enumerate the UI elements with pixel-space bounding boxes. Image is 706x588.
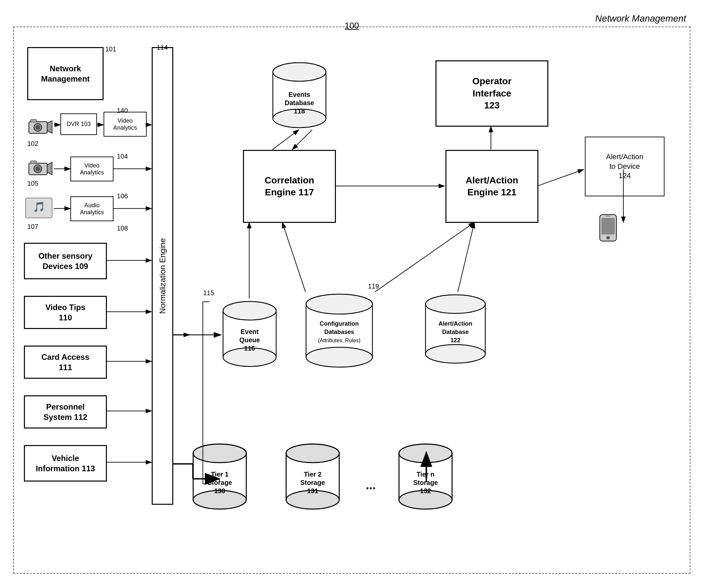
label-114: 114 [157, 44, 168, 51]
svg-line-94 [537, 169, 584, 186]
svg-text:131: 131 [307, 487, 318, 495]
label-106: 106 [117, 192, 128, 200]
events-database: Events Database 118 [270, 60, 329, 135]
card-access-box: Card Access111 [24, 345, 107, 379]
sensory-devices-box: Other sensoryDevices 109 [24, 243, 107, 279]
svg-text:Storage: Storage [301, 479, 325, 486]
operator-interface-label: OperatorInterface123 [472, 75, 511, 112]
mobile-device-icon [596, 213, 620, 247]
svg-point-33 [306, 294, 372, 314]
svg-text:Tier n: Tier n [417, 471, 434, 478]
svg-text:118: 118 [294, 108, 305, 115]
alert-device-box: Alert/Actionto Device124 [585, 137, 665, 196]
svg-point-40 [426, 295, 485, 313]
svg-marker-3 [47, 121, 52, 133]
svg-text:Events: Events [288, 91, 310, 98]
svg-text:Configuration: Configuration [320, 320, 359, 327]
dots-label: ... [366, 478, 376, 492]
svg-text:Queue: Queue [239, 336, 260, 344]
diagram-number: 100 [345, 20, 359, 31]
svg-rect-22 [606, 216, 611, 217]
svg-text:116: 116 [244, 345, 255, 352]
audio-analytics-label: AudioAnalytics [80, 202, 104, 216]
audio-analytics-box: AudioAnalytics [70, 196, 114, 221]
svg-point-7 [36, 166, 40, 171]
svg-text:(Attributes, Rules): (Attributes, Rules) [318, 338, 360, 343]
label-107: 107 [27, 223, 38, 230]
label-119: 119 [368, 283, 379, 290]
camera-102 [24, 117, 54, 137]
correlation-engine-label: CorrelationEngine 117 [265, 174, 314, 199]
svg-rect-9 [31, 161, 37, 164]
main-diagram: 100 NetworkManagement 101 102 DVR 103 Vi… [13, 27, 691, 574]
video-analytics-140-label: VideoAnalytics [113, 117, 137, 131]
video-tips-label: Video Tips110 [45, 302, 85, 323]
label-102: 102 [27, 140, 38, 148]
video-analytics-104-box: VideoAnalytics [70, 157, 114, 181]
svg-point-2 [36, 125, 40, 130]
alert-action-engine-label: Alert/ActionEngine 121 [466, 174, 518, 199]
vehicle-info-box: VehicleInformation 113 [24, 445, 107, 481]
svg-point-32 [306, 347, 372, 367]
svg-point-26 [223, 301, 276, 320]
svg-line-91 [375, 222, 474, 292]
event-queue: Event Queue 116 [220, 299, 279, 373]
alert-action-database: Alert/Action Database 122 [422, 293, 488, 370]
video-tips-box: Video Tips110 [24, 296, 107, 329]
operator-interface-box: OperatorInterface123 [435, 60, 548, 127]
svg-point-61 [399, 444, 452, 463]
svg-text:132: 132 [420, 487, 431, 495]
svg-text:Storage: Storage [413, 479, 438, 486]
network-management-box: NetworkManagement [27, 47, 104, 100]
svg-point-15 [273, 63, 326, 81]
svg-text:Tier 2: Tier 2 [304, 471, 322, 478]
label-115: 115 [203, 289, 214, 297]
vehicle-info-label: VehicleInformation 113 [36, 453, 95, 473]
svg-line-90 [282, 222, 306, 292]
svg-line-92 [458, 222, 474, 292]
audio-107: 🎵 [24, 196, 54, 219]
video-analytics-140-box: VideoAnalytics [104, 112, 147, 137]
alert-device-label: Alert/Actionto Device124 [606, 152, 643, 181]
sensory-devices-label: Other sensoryDevices 109 [39, 251, 92, 271]
alert-action-engine-box: Alert/ActionEngine 121 [445, 150, 538, 223]
label-105: 105 [27, 180, 38, 187]
svg-text:Database: Database [442, 329, 469, 335]
camera-105 [24, 158, 54, 178]
personnel-box: PersonnelSystem 112 [24, 395, 107, 428]
tiern-storage: Tier n Storage 132 [396, 442, 456, 516]
svg-text:Database: Database [285, 99, 314, 107]
svg-text:Event: Event [241, 328, 259, 335]
correlation-engine-box: CorrelationEngine 117 [243, 150, 336, 223]
dvr-box: DVR 103 [61, 114, 97, 135]
page-title: Network Management [595, 13, 686, 24]
tier1-storage: Tier 1 Storage 130 [190, 442, 249, 516]
personnel-label: PersonnelSystem 112 [43, 402, 87, 422]
dvr-label: DVR 103 [66, 121, 91, 128]
svg-text:Tier 1: Tier 1 [211, 471, 229, 478]
svg-text:Databases: Databases [324, 329, 354, 335]
network-management-label: NetworkManagement [41, 64, 90, 84]
label-108: 108 [117, 224, 128, 232]
svg-text:122: 122 [450, 337, 460, 344]
video-analytics-104-label: VideoAnalytics [80, 162, 104, 176]
svg-rect-20 [601, 218, 615, 235]
svg-point-39 [426, 345, 485, 363]
label-101: 101 [105, 45, 116, 53]
tier2-storage: Tier 2 Storage 131 [283, 442, 343, 516]
normalization-engine: Normalization Engine [152, 47, 173, 505]
label-140: 140 [117, 107, 128, 115]
svg-text:Alert/Action: Alert/Action [438, 320, 472, 327]
svg-text:🎵: 🎵 [33, 201, 45, 213]
svg-rect-4 [31, 119, 37, 122]
card-access-label: Card Access111 [41, 352, 90, 372]
svg-point-47 [193, 444, 246, 463]
config-databases: Configuration Databases (Attributes, Rul… [303, 293, 376, 373]
svg-point-21 [606, 236, 610, 240]
svg-marker-8 [47, 162, 52, 175]
svg-text:Storage: Storage [207, 479, 232, 486]
normalization-engine-label: Normalization Engine [158, 238, 167, 314]
svg-text:130: 130 [214, 487, 225, 495]
svg-point-54 [286, 444, 339, 463]
label-104: 104 [117, 153, 128, 160]
